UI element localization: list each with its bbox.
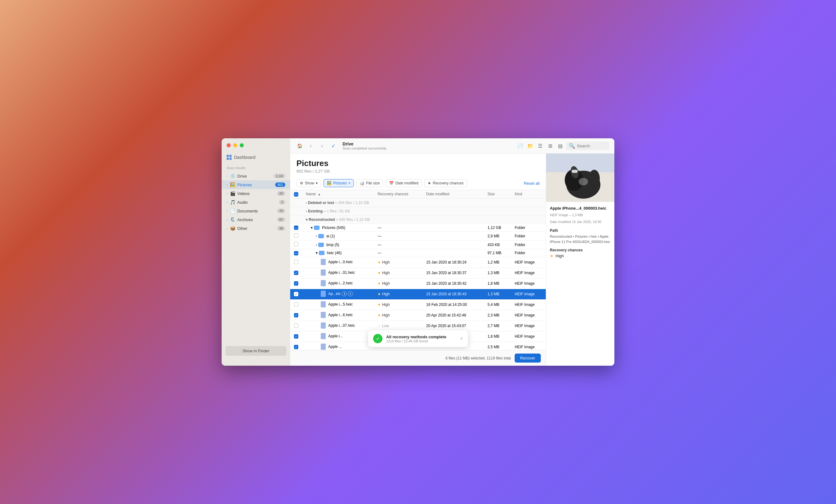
fullscreen-button[interactable]: [240, 143, 244, 147]
row-checkbox[interactable]: ✓: [294, 345, 298, 349]
recovery-chances-filter-button[interactable]: ★ Recovery chances: [424, 179, 467, 187]
table-row[interactable]: — ▾ Pictures (545) —: [290, 224, 546, 232]
sidebar-archives-count: 87: [277, 217, 285, 222]
sidebar-item-audio[interactable]: › 🎵 Audio 2: [222, 198, 290, 207]
select-all-header[interactable]: —: [290, 190, 302, 198]
grid-view-icon[interactable]: ⊞: [546, 141, 554, 150]
name-column-header[interactable]: Name ▲: [302, 190, 374, 198]
date-column-header[interactable]: Date modified: [422, 190, 484, 198]
table-row-selected[interactable]: ✓ Ap...eic ℹ #: [290, 289, 546, 299]
kind-cell: HEIF Image: [511, 268, 546, 278]
check-icon: ✓: [329, 141, 338, 150]
row-checkbox[interactable]: [294, 302, 298, 307]
row-checkbox[interactable]: [294, 260, 298, 264]
filename: ai (1): [326, 234, 335, 238]
size-cell: 2,5 MB: [484, 342, 511, 350]
folder-view-icon[interactable]: 📁: [526, 141, 535, 150]
kind-cell: Folder: [511, 224, 546, 232]
pictures-filter-close-icon[interactable]: ×: [348, 181, 350, 185]
minimize-button[interactable]: [233, 143, 237, 147]
back-button[interactable]: ‹: [306, 141, 315, 150]
size-cell: 1,8 MB: [484, 278, 511, 289]
dashboard-icon: [227, 155, 232, 160]
show-in-finder-button[interactable]: Show in Finder: [225, 346, 286, 356]
search-input[interactable]: [577, 143, 606, 148]
home-icon[interactable]: 🏠: [295, 141, 304, 150]
forward-button[interactable]: ›: [318, 141, 326, 150]
table-row[interactable]: ✓ Apple i...01.heic ★ High 15 Jan 2020 a…: [290, 268, 546, 278]
expand-icon: ▾: [311, 226, 312, 230]
row-checkbox[interactable]: [294, 233, 298, 238]
recovery-column-header[interactable]: Recovery chances: [374, 190, 422, 198]
date-cell: [422, 224, 484, 232]
sidebar-documents-label: Documents: [237, 209, 275, 213]
pictures-icon: 🖼️: [230, 182, 235, 187]
table-row[interactable]: › ai (1) — 2,9 MB Folder: [290, 232, 546, 240]
row-checkbox[interactable]: ✓: [294, 292, 298, 296]
pictures-filter-button[interactable]: 🖼️ Pictures ×: [324, 179, 354, 187]
recovery-cell: —: [374, 240, 422, 249]
sidebar-item-pictures[interactable]: › 🖼️ Pictures 902: [222, 180, 290, 189]
group-existing[interactable]: › Existing – 1 files / 91 KB: [290, 207, 546, 215]
file-area: Pictures 902 files / 2,27 GB ⚙ Show ▾ 🖼️…: [290, 154, 546, 366]
select-all-checkbox[interactable]: —: [294, 192, 298, 197]
sidebar-pictures-count: 902: [275, 182, 285, 187]
row-checkbox[interactable]: ✓: [294, 281, 298, 286]
kind-column-header[interactable]: Kind: [511, 190, 546, 198]
row-checkbox[interactable]: ✓: [294, 313, 298, 317]
show-filter-button[interactable]: ⚙ Show ▾: [297, 179, 321, 187]
row-checkbox[interactable]: ✓: [294, 271, 298, 275]
file-size-filter-button[interactable]: 📊 File size: [356, 179, 383, 187]
row-checkbox[interactable]: ✓: [294, 334, 298, 338]
reset-all-button[interactable]: Reset all: [524, 181, 539, 186]
date-modified-filter-button[interactable]: 📅 Date modified: [385, 179, 422, 187]
sidebar-item-videos[interactable]: › 🎬 Videos 20: [222, 189, 290, 198]
row-checkbox[interactable]: [294, 323, 298, 328]
sidebar-videos-count: 20: [277, 191, 285, 196]
svg-point-4: [589, 170, 600, 187]
folder-icon: [319, 251, 324, 255]
table-row[interactable]: › bmp (5) — 433 KB Folder: [290, 240, 546, 249]
sidebar-toggle-icon[interactable]: ▤: [556, 141, 565, 150]
sidebar-item-documents[interactable]: › 📄 Documents 70: [222, 207, 290, 215]
archives-icon: 🗜️: [230, 217, 235, 222]
row-checkbox[interactable]: [294, 242, 298, 246]
preview-thumbnail: [546, 154, 614, 202]
table-row[interactable]: Apple i...0.heic ★ High 15 Jan 2020 at 1…: [290, 257, 546, 268]
size-cell: 1,3 MB: [484, 289, 511, 299]
table-row[interactable]: — ▾ heic (46) — 97: [290, 249, 546, 257]
date-cell: [422, 240, 484, 249]
close-button[interactable]: [227, 143, 231, 147]
preview-path: Reconstructed • Pictures • heic • Apple …: [550, 234, 611, 244]
info-icon[interactable]: ℹ: [342, 291, 347, 296]
chevron-right-icon: ›: [227, 174, 228, 178]
size-cell: 1,2 MB: [484, 257, 511, 268]
sidebar-item-drive[interactable]: › 💿 Drive 1,1K: [222, 172, 290, 180]
recover-button[interactable]: Recover: [515, 353, 541, 363]
folder-icon: [314, 226, 320, 230]
sidebar-item-archives[interactable]: › 🗜️ Archives 87: [222, 215, 290, 224]
table-row[interactable]: Apple i...5.heic ★ High 16 Feb 2020 at 1…: [290, 299, 546, 310]
filter-icon: ⚙: [300, 181, 303, 185]
tag-icon[interactable]: #: [348, 291, 353, 296]
row-checkbox[interactable]: —: [294, 251, 298, 255]
file-view-icon[interactable]: 📄: [516, 141, 525, 150]
list-view-icon[interactable]: ☰: [536, 141, 545, 150]
preview-meta-date: Date modified 15 Jan 2020, 18:30: [550, 219, 611, 225]
sidebar-other-label: Other: [237, 226, 275, 231]
row-checkbox[interactable]: —: [294, 226, 298, 230]
group-chevron-down-icon: ▾: [306, 217, 308, 222]
group-reconstructed[interactable]: ▾ Reconstructed – 545 files / 1,12 GB: [290, 215, 546, 224]
recovery-cell: ★ High: [374, 268, 422, 278]
table-row[interactable]: ✓ Apple i...6.heic ★ High 20 Apr 2020 at…: [290, 310, 546, 321]
group-deleted[interactable]: › Deleted or lost – 356 files / 1,15 GB: [290, 198, 546, 207]
dashboard-item[interactable]: Dashboard: [222, 152, 290, 162]
table-row[interactable]: Apple i...07.heic ☆ Low 20 Apr 2020 at 1…: [290, 321, 546, 331]
file-size-icon: 📊: [360, 181, 364, 185]
file-table: — Name ▲ Recovery chances Date modified …: [290, 190, 546, 350]
size-cell: 2,7 MB: [484, 321, 511, 331]
size-column-header[interactable]: Size: [484, 190, 511, 198]
notification-close-button[interactable]: ×: [460, 336, 463, 342]
sidebar-item-other[interactable]: › 📦 Other 38: [222, 224, 290, 233]
table-row[interactable]: ✓ Apple i...2.heic ★ High 15 Jan 2020 at…: [290, 278, 546, 289]
